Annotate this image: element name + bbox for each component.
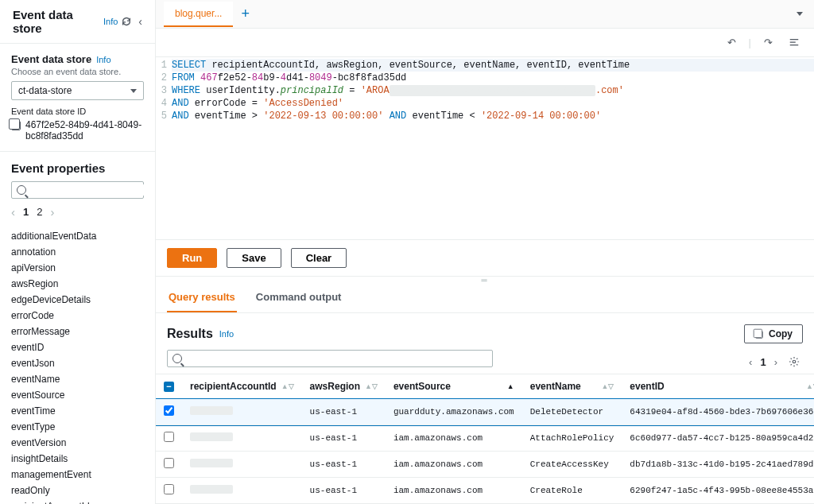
col-eventID[interactable]: eventID▲▽ [622,374,814,399]
table-row[interactable]: us-east-1iam.amazonaws.comCreateRole6290… [156,478,814,504]
copy-button[interactable]: Copy [744,324,803,343]
search-icon [17,185,26,195]
collapse-sidebar-icon[interactable]: ‹ [135,12,145,31]
props-search-input[interactable] [11,181,144,199]
prop-item[interactable]: annotation [11,244,144,260]
prop-item[interactable]: readOnly [11,483,144,498]
sidebar: Event data store Info ‹ Event data store… [0,0,156,504]
cell-id: db7d1a8b-313c-41d0-b195-2c41aed789d7 [622,452,814,478]
format-icon[interactable] [785,34,803,52]
prop-item[interactable]: eventID [11,339,144,355]
undo-icon[interactable]: ↶ [724,33,739,52]
cell-name: CreateRole [522,478,622,504]
prop-item[interactable]: eventName [11,371,144,387]
info-link[interactable]: Info [219,329,234,339]
resize-handle[interactable]: ═ [156,277,814,283]
results-header: Results Info Copy [156,313,814,350]
tab-command-output[interactable]: Command output [254,283,343,312]
cell-id: 6290f247-1a5c-4f43-995b-08ee8e4553ad [622,478,814,504]
info-link[interactable]: Info [103,17,118,26]
table-row[interactable]: us-east-1iam.amazonaws.comAttachRolePoli… [156,425,814,452]
chevron-down-icon [130,89,137,93]
data-store-selected: ct-data-store [18,85,72,96]
select-all-checkbox[interactable]: − [164,382,174,392]
cell-name: AttachRolePolicy [522,425,622,452]
table-row[interactable]: us-east-1iam.amazonaws.comCreateAccessKe… [156,452,814,478]
prop-item[interactable]: recipientAccountId [11,498,144,504]
results-search-field[interactable] [185,353,487,364]
col-awsRegion[interactable]: awsRegion▲▽ [302,374,386,399]
prop-item[interactable]: apiVersion [11,260,144,276]
col-eventName[interactable]: eventName▲▽ [522,374,622,399]
prop-item[interactable]: eventTime [11,403,144,419]
props-list: additionalEventDataannotationapiVersiona… [0,225,155,504]
pager-prev-icon[interactable]: ‹ [11,205,15,219]
pager-page[interactable]: 2 [37,206,42,218]
tab-query-results[interactable]: Query results [167,283,237,312]
data-store-hint: Choose an event data store. [11,67,144,76]
info-link[interactable]: Info [96,55,110,64]
cell-region: us-east-1 [302,399,386,425]
results-title: Results [167,327,213,341]
cell-source: iam.amazonaws.com [386,478,522,504]
row-checkbox[interactable] [164,458,174,468]
pager-page: 1 [760,356,766,368]
redacted-value [190,459,233,467]
prop-item[interactable]: edgeDeviceDetails [11,292,144,308]
add-tab-button[interactable]: + [233,1,258,27]
tab-options-icon[interactable] [793,9,806,19]
prop-item[interactable]: eventType [11,419,144,435]
prop-item[interactable]: additionalEventData [11,228,144,244]
prop-item[interactable]: insightDetails [11,451,144,467]
props-pager: ‹ 1 2 › [0,205,155,225]
cell-source: iam.amazonaws.com [386,425,522,452]
redacted-value [190,485,233,494]
clear-button[interactable]: Clear [291,248,347,268]
prop-item[interactable]: managementEvent [11,467,144,483]
prop-item[interactable]: eventJson [11,355,144,371]
prop-item[interactable]: eventSource [11,387,144,403]
results-table: − recipientAccountId▲▽ awsRegion▲▽ event… [156,374,814,504]
prop-item[interactable]: errorCode [11,308,144,324]
run-button[interactable]: Run [167,248,217,268]
cell-region: us-east-1 [302,478,386,504]
cell-source: guardduty.amazonaws.com [386,399,522,425]
redacted-value [190,406,233,415]
pager-page[interactable]: 1 [23,206,29,218]
copy-icon[interactable] [11,121,21,130]
gear-icon[interactable] [785,353,803,370]
editor-toolbar: ↶ | ↷ [156,29,814,57]
data-store-label: Event data store Info [11,53,144,65]
query-tab[interactable]: blog.quer... [164,2,233,27]
refresh-icon[interactable] [118,13,135,30]
cell-region: us-east-1 [302,452,386,478]
data-store-select[interactable]: ct-data-store [11,81,144,100]
pager-next-icon[interactable]: › [774,356,777,368]
results-search-input[interactable] [167,350,493,367]
prop-item[interactable]: eventVersion [11,435,144,451]
event-props-section: Event properties ‹ 1 2 › additionalEvent… [0,152,155,504]
prop-item[interactable]: awsRegion [11,276,144,292]
props-search-field[interactable] [29,184,149,196]
prop-item[interactable]: errorMessage [11,324,144,339]
col-eventSource[interactable]: eventSource▲ [386,374,522,399]
cell-name: DeleteDetector [522,399,622,425]
redacted-value [190,432,233,441]
col-recipientAccountId[interactable]: recipientAccountId▲▽ [182,374,302,399]
pager-prev-icon[interactable]: ‹ [749,356,752,368]
redo-icon[interactable]: ↷ [761,33,776,52]
data-store-section: Event data store Info Choose an event da… [0,44,155,152]
results-pager: ‹ 1 › [749,353,814,370]
table-row[interactable]: us-east-1guardduty.amazonaws.comDeleteDe… [156,399,814,425]
sidebar-title: Event data store [13,8,99,35]
row-checkbox[interactable] [164,405,174,416]
save-button[interactable]: Save [227,248,281,268]
results-tabs: Query results Command output [156,283,814,313]
pager-next-icon[interactable]: › [50,205,54,219]
cell-id: 6c60d977-da57-4cc7-b125-80a959ca4d23 [622,425,814,452]
store-id-label: Event data store ID [11,107,144,116]
row-checkbox[interactable] [164,432,174,442]
sql-editor[interactable]: 12345SELECT recipientAccountId, awsRegio… [156,57,814,239]
query-action-row: Run Save Clear [156,239,814,277]
row-checkbox[interactable] [164,484,174,494]
